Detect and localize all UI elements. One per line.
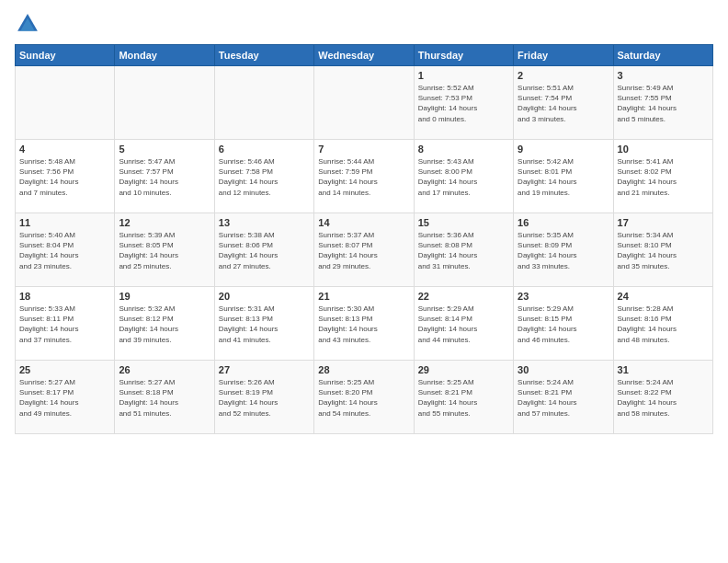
day-number: 22 bbox=[418, 291, 509, 302]
day-info: Sunrise: 5:49 AM Sunset: 7:55 PM Dayligh… bbox=[618, 83, 709, 124]
day-info: Sunrise: 5:38 AM Sunset: 8:06 PM Dayligh… bbox=[219, 230, 310, 271]
day-header-thursday: Thursday bbox=[414, 45, 513, 66]
calendar-cell: 31Sunrise: 5:24 AM Sunset: 8:22 PM Dayli… bbox=[613, 361, 712, 434]
day-info: Sunrise: 5:42 AM Sunset: 8:01 PM Dayligh… bbox=[518, 156, 609, 198]
calendar-cell: 30Sunrise: 5:24 AM Sunset: 8:21 PM Dayli… bbox=[514, 361, 613, 434]
day-header-saturday: Saturday bbox=[613, 45, 712, 66]
day-info: Sunrise: 5:51 AM Sunset: 7:54 PM Dayligh… bbox=[518, 83, 609, 124]
calendar-cell: 1Sunrise: 5:52 AM Sunset: 7:53 PM Daylig… bbox=[414, 66, 513, 140]
calendar-cell: 12Sunrise: 5:39 AM Sunset: 8:05 PM Dayli… bbox=[115, 213, 214, 287]
calendar-week-4: 18Sunrise: 5:33 AM Sunset: 8:11 PM Dayli… bbox=[16, 287, 713, 361]
day-number: 23 bbox=[518, 291, 609, 302]
day-info: Sunrise: 5:40 AM Sunset: 8:04 PM Dayligh… bbox=[19, 230, 110, 271]
calendar-cell: 9Sunrise: 5:42 AM Sunset: 8:01 PM Daylig… bbox=[514, 140, 613, 213]
day-number: 19 bbox=[119, 291, 210, 302]
day-info: Sunrise: 5:41 AM Sunset: 8:02 PM Dayligh… bbox=[618, 156, 709, 198]
calendar-cell: 27Sunrise: 5:26 AM Sunset: 8:19 PM Dayli… bbox=[214, 361, 313, 434]
day-info: Sunrise: 5:39 AM Sunset: 8:05 PM Dayligh… bbox=[119, 230, 210, 271]
calendar-cell: 18Sunrise: 5:33 AM Sunset: 8:11 PM Dayli… bbox=[16, 287, 115, 361]
calendar-week-5: 25Sunrise: 5:27 AM Sunset: 8:17 PM Dayli… bbox=[16, 361, 713, 434]
day-info: Sunrise: 5:25 AM Sunset: 8:20 PM Dayligh… bbox=[318, 377, 409, 419]
day-number: 9 bbox=[518, 144, 609, 155]
logo bbox=[15, 11, 42, 37]
calendar-cell bbox=[115, 66, 214, 140]
calendar-cell: 21Sunrise: 5:30 AM Sunset: 8:13 PM Dayli… bbox=[314, 287, 414, 361]
day-number: 25 bbox=[19, 364, 110, 375]
day-number: 18 bbox=[19, 291, 110, 302]
day-info: Sunrise: 5:46 AM Sunset: 7:58 PM Dayligh… bbox=[219, 156, 310, 198]
days-header-row: SundayMondayTuesdayWednesdayThursdayFrid… bbox=[16, 45, 713, 66]
day-number: 13 bbox=[219, 217, 310, 228]
calendar-cell: 24Sunrise: 5:28 AM Sunset: 8:16 PM Dayli… bbox=[613, 287, 712, 361]
calendar-cell: 16Sunrise: 5:35 AM Sunset: 8:09 PM Dayli… bbox=[514, 213, 613, 287]
day-info: Sunrise: 5:27 AM Sunset: 8:17 PM Dayligh… bbox=[19, 377, 110, 419]
page: SundayMondayTuesdayWednesdayThursdayFrid… bbox=[0, 0, 728, 563]
calendar-cell: 2Sunrise: 5:51 AM Sunset: 7:54 PM Daylig… bbox=[514, 66, 613, 140]
calendar-cell bbox=[16, 66, 115, 140]
day-number: 27 bbox=[219, 364, 310, 375]
day-info: Sunrise: 5:27 AM Sunset: 8:18 PM Dayligh… bbox=[119, 377, 210, 419]
day-info: Sunrise: 5:35 AM Sunset: 8:09 PM Dayligh… bbox=[518, 230, 609, 271]
day-header-sunday: Sunday bbox=[16, 45, 115, 66]
day-info: Sunrise: 5:25 AM Sunset: 8:21 PM Dayligh… bbox=[418, 377, 509, 419]
day-number: 11 bbox=[19, 217, 110, 228]
day-info: Sunrise: 5:52 AM Sunset: 7:53 PM Dayligh… bbox=[418, 83, 509, 124]
day-info: Sunrise: 5:43 AM Sunset: 8:00 PM Dayligh… bbox=[418, 156, 509, 198]
calendar-week-1: 1Sunrise: 5:52 AM Sunset: 7:53 PM Daylig… bbox=[16, 66, 713, 140]
calendar-cell: 14Sunrise: 5:37 AM Sunset: 8:07 PM Dayli… bbox=[314, 213, 414, 287]
day-header-wednesday: Wednesday bbox=[314, 45, 414, 66]
day-number: 30 bbox=[518, 364, 609, 375]
day-number: 24 bbox=[618, 291, 709, 302]
day-header-friday: Friday bbox=[514, 45, 613, 66]
calendar-cell: 13Sunrise: 5:38 AM Sunset: 8:06 PM Dayli… bbox=[214, 213, 313, 287]
day-number: 4 bbox=[19, 144, 110, 155]
day-number: 28 bbox=[318, 364, 409, 375]
day-header-tuesday: Tuesday bbox=[214, 45, 313, 66]
calendar-cell bbox=[314, 66, 414, 140]
day-number: 20 bbox=[219, 291, 310, 302]
day-number: 26 bbox=[119, 364, 210, 375]
calendar-cell: 3Sunrise: 5:49 AM Sunset: 7:55 PM Daylig… bbox=[613, 66, 712, 140]
day-number: 16 bbox=[518, 217, 609, 228]
day-info: Sunrise: 5:44 AM Sunset: 7:59 PM Dayligh… bbox=[318, 156, 409, 198]
calendar-cell: 5Sunrise: 5:47 AM Sunset: 7:57 PM Daylig… bbox=[115, 140, 214, 213]
day-number: 15 bbox=[418, 217, 509, 228]
header bbox=[15, 11, 713, 37]
day-number: 12 bbox=[119, 217, 210, 228]
calendar-cell: 4Sunrise: 5:48 AM Sunset: 7:56 PM Daylig… bbox=[16, 140, 115, 213]
calendar-cell: 22Sunrise: 5:29 AM Sunset: 8:14 PM Dayli… bbox=[414, 287, 513, 361]
day-number: 5 bbox=[119, 144, 210, 155]
calendar-cell: 8Sunrise: 5:43 AM Sunset: 8:00 PM Daylig… bbox=[414, 140, 513, 213]
calendar-cell: 11Sunrise: 5:40 AM Sunset: 8:04 PM Dayli… bbox=[16, 213, 115, 287]
day-number: 3 bbox=[618, 70, 709, 81]
day-info: Sunrise: 5:32 AM Sunset: 8:12 PM Dayligh… bbox=[119, 304, 210, 345]
day-info: Sunrise: 5:26 AM Sunset: 8:19 PM Dayligh… bbox=[219, 377, 310, 419]
day-number: 31 bbox=[618, 364, 709, 375]
logo-icon bbox=[15, 11, 40, 37]
calendar-cell: 17Sunrise: 5:34 AM Sunset: 8:10 PM Dayli… bbox=[613, 213, 712, 287]
calendar-cell: 6Sunrise: 5:46 AM Sunset: 7:58 PM Daylig… bbox=[214, 140, 313, 213]
day-info: Sunrise: 5:24 AM Sunset: 8:21 PM Dayligh… bbox=[518, 377, 609, 419]
day-info: Sunrise: 5:30 AM Sunset: 8:13 PM Dayligh… bbox=[318, 304, 409, 345]
day-info: Sunrise: 5:48 AM Sunset: 7:56 PM Dayligh… bbox=[19, 156, 110, 198]
calendar-cell: 29Sunrise: 5:25 AM Sunset: 8:21 PM Dayli… bbox=[414, 361, 513, 434]
day-info: Sunrise: 5:24 AM Sunset: 8:22 PM Dayligh… bbox=[618, 377, 709, 419]
calendar-week-2: 4Sunrise: 5:48 AM Sunset: 7:56 PM Daylig… bbox=[16, 140, 713, 213]
day-number: 10 bbox=[618, 144, 709, 155]
calendar-cell: 10Sunrise: 5:41 AM Sunset: 8:02 PM Dayli… bbox=[613, 140, 712, 213]
calendar-cell: 28Sunrise: 5:25 AM Sunset: 8:20 PM Dayli… bbox=[314, 361, 414, 434]
day-info: Sunrise: 5:31 AM Sunset: 8:13 PM Dayligh… bbox=[219, 304, 310, 345]
calendar-cell: 26Sunrise: 5:27 AM Sunset: 8:18 PM Dayli… bbox=[115, 361, 214, 434]
calendar-cell: 23Sunrise: 5:29 AM Sunset: 8:15 PM Dayli… bbox=[514, 287, 613, 361]
day-number: 7 bbox=[318, 144, 409, 155]
calendar-cell: 15Sunrise: 5:36 AM Sunset: 8:08 PM Dayli… bbox=[414, 213, 513, 287]
calendar-cell bbox=[214, 66, 313, 140]
calendar-week-3: 11Sunrise: 5:40 AM Sunset: 8:04 PM Dayli… bbox=[16, 213, 713, 287]
day-number: 14 bbox=[318, 217, 409, 228]
day-info: Sunrise: 5:33 AM Sunset: 8:11 PM Dayligh… bbox=[19, 304, 110, 345]
day-info: Sunrise: 5:29 AM Sunset: 8:15 PM Dayligh… bbox=[518, 304, 609, 345]
day-number: 2 bbox=[518, 70, 609, 81]
day-info: Sunrise: 5:37 AM Sunset: 8:07 PM Dayligh… bbox=[318, 230, 409, 271]
calendar-cell: 25Sunrise: 5:27 AM Sunset: 8:17 PM Dayli… bbox=[16, 361, 115, 434]
calendar-cell: 19Sunrise: 5:32 AM Sunset: 8:12 PM Dayli… bbox=[115, 287, 214, 361]
